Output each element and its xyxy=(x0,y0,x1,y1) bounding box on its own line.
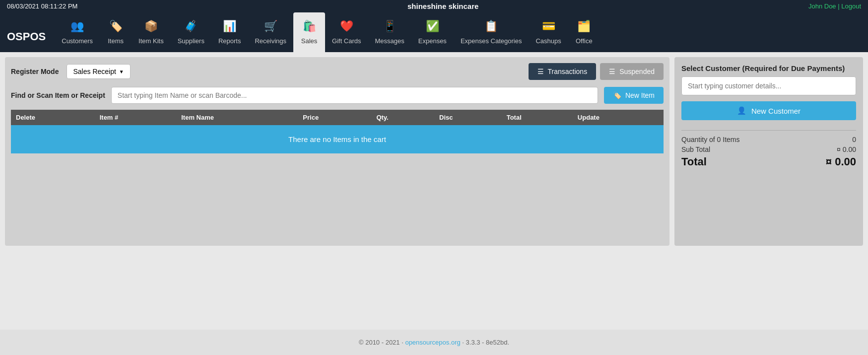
nav-item-expensescats[interactable]: 📋 Expenses Categories xyxy=(454,12,529,52)
register-mode-value: Sales Receipt xyxy=(73,68,116,75)
nav-item-itemkits[interactable]: 📦 Item Kits xyxy=(132,12,171,52)
total-value: ¤ 0.00 xyxy=(826,155,856,168)
quantity-value: 0 xyxy=(852,136,856,143)
nav-item-items[interactable]: 🏷️ Items xyxy=(100,12,132,52)
nav-item-customers[interactable]: 👥 Customers xyxy=(55,12,100,52)
new-item-button[interactable]: 🏷️ New Item xyxy=(604,87,664,104)
left-panel: Register Mode Sales Receipt ▼ ☰ Transact… xyxy=(5,57,669,246)
footer-link[interactable]: opensourcepos.org xyxy=(405,339,460,346)
suppliers-icon: 🧳 xyxy=(182,17,200,35)
new-item-label: New Item xyxy=(625,91,655,99)
col-disc: Disc xyxy=(434,110,502,125)
footer-version: · 3.3.3 - 8e52bd. xyxy=(461,339,509,346)
register-mode-label: Register Mode xyxy=(11,68,59,75)
subtotal-label: Sub Total xyxy=(681,145,710,153)
suspended-icon: ☰ xyxy=(609,68,615,75)
col-price: Price xyxy=(298,110,371,125)
expenses-icon: ✅ xyxy=(423,17,441,35)
nav-item-expenses[interactable]: ✅ Expenses xyxy=(411,12,454,52)
total-label: Total xyxy=(681,155,707,168)
nav-label-messages: Messages xyxy=(375,37,404,45)
top-bar: 08/03/2021 08:11:22 PM shineshine skinca… xyxy=(0,0,868,12)
cart-table: Delete Item # Item Name Price Qty. Disc … xyxy=(11,110,664,153)
find-item-label: Find or Scan Item or Receipt xyxy=(11,91,105,99)
footer: © 2010 - 2021 · opensourcepos.org · 3.3.… xyxy=(0,330,868,355)
cashups-icon: 💳 xyxy=(539,17,557,35)
tag-icon: 🏷️ xyxy=(613,91,621,99)
office-icon: 🗂️ xyxy=(575,17,593,35)
nav-label-expensescats: Expenses Categories xyxy=(461,37,522,45)
nav-label-suppliers: Suppliers xyxy=(178,37,204,45)
quantity-label: Quantity of 0 Items xyxy=(681,136,740,143)
select-customer-title: Select Customer (Required for Due Paymen… xyxy=(681,64,856,72)
datetime: 08/03/2021 08:11:22 PM xyxy=(7,2,77,10)
nav-item-giftcards[interactable]: ❤️ Gift Cards xyxy=(325,12,368,52)
nav-item-reports[interactable]: 📊 Reports xyxy=(211,12,248,52)
nav-label-customers: Customers xyxy=(62,37,93,45)
col-update: Update xyxy=(573,110,664,125)
quantity-row: Quantity of 0 Items 0 xyxy=(681,136,856,143)
person-icon: 👤 xyxy=(737,106,746,115)
logout-link[interactable]: Logout xyxy=(841,2,861,10)
customers-icon: 👥 xyxy=(68,17,86,35)
transactions-button[interactable]: ☰ Transactions xyxy=(529,63,597,80)
suspended-label: Suspended xyxy=(619,68,655,75)
register-mode-dropdown[interactable]: Sales Receipt ▼ xyxy=(67,64,130,79)
sales-icon: 🛍️ xyxy=(300,17,318,35)
cart-empty-message: There are no Items in the cart xyxy=(11,125,664,153)
find-item-input[interactable] xyxy=(111,87,598,104)
col-item-num: Item # xyxy=(95,110,177,125)
app-title: shineshine skincare xyxy=(407,2,478,10)
nav-item-office[interactable]: 🗂️ Office xyxy=(568,12,600,52)
receivings-icon: 🛒 xyxy=(262,17,279,35)
new-customer-label: New Customer xyxy=(751,107,801,115)
subtotal-row: Sub Total ¤ 0.00 xyxy=(681,145,856,153)
nav-item-receivings[interactable]: 🛒 Receivings xyxy=(248,12,293,52)
suspended-button[interactable]: ☰ Suspended xyxy=(600,63,664,80)
nav-item-cashups[interactable]: 💳 Cashups xyxy=(529,12,568,52)
dropdown-caret: ▼ xyxy=(119,69,124,74)
col-delete: Delete xyxy=(11,110,95,125)
new-customer-button[interactable]: 👤 New Customer xyxy=(681,101,856,120)
expensescats-icon: 📋 xyxy=(482,17,500,35)
summary-section: Quantity of 0 Items 0 Sub Total ¤ 0.00 T… xyxy=(681,130,856,168)
user-area: John Doe | Logout xyxy=(808,2,861,10)
transactions-label: Transactions xyxy=(548,68,588,75)
giftcards-icon: ❤️ xyxy=(337,17,355,35)
total-row: Total ¤ 0.00 xyxy=(681,155,856,168)
col-item-name: Item Name xyxy=(176,110,298,125)
col-qty: Qty. xyxy=(371,110,434,125)
nav-label-office: Office xyxy=(576,37,593,45)
nav-label-expenses: Expenses xyxy=(418,37,447,45)
nav-label-reports: Reports xyxy=(218,37,241,45)
nav-brand: OSPOS xyxy=(5,21,55,52)
customer-search-input[interactable] xyxy=(681,76,856,95)
nav-label-giftcards: Gift Cards xyxy=(332,37,361,45)
messages-icon: 📱 xyxy=(381,17,399,35)
cart-empty-row: There are no Items in the cart xyxy=(11,125,664,153)
nav-item-messages[interactable]: 📱 Messages xyxy=(368,12,411,52)
transactions-icon: ☰ xyxy=(537,68,544,75)
nav-label-receivings: Receivings xyxy=(255,37,286,45)
toolbar-right: ☰ Transactions ☰ Suspended xyxy=(529,63,664,80)
reports-icon: 📊 xyxy=(221,17,239,35)
nav-label-items: Items xyxy=(108,37,124,45)
main-content: Register Mode Sales Receipt ▼ ☰ Transact… xyxy=(0,52,868,251)
itemkits-icon: 📦 xyxy=(142,17,160,35)
nav-bar: OSPOS 👥 Customers 🏷️ Items 📦 Item Kits 🧳… xyxy=(0,12,868,52)
nav-label-itemkits: Item Kits xyxy=(138,37,164,45)
username: John Doe xyxy=(808,2,836,10)
footer-copyright: © 2010 - 2021 · xyxy=(359,339,405,346)
nav-item-suppliers[interactable]: 🧳 Suppliers xyxy=(171,12,211,52)
nav-items: 👥 Customers 🏷️ Items 📦 Item Kits 🧳 Suppl… xyxy=(55,12,600,52)
subtotal-value: ¤ 0.00 xyxy=(837,145,856,153)
nav-label-sales: Sales xyxy=(301,37,318,45)
register-mode-row: Register Mode Sales Receipt ▼ ☰ Transact… xyxy=(11,63,664,80)
items-icon: 🏷️ xyxy=(107,17,125,35)
nav-item-sales[interactable]: 🛍️ Sales xyxy=(293,12,325,52)
right-panel: Select Customer (Required for Due Paymen… xyxy=(674,57,863,246)
nav-label-cashups: Cashups xyxy=(535,37,561,45)
col-total: Total xyxy=(502,110,573,125)
find-item-row: Find or Scan Item or Receipt 🏷️ New Item xyxy=(11,87,664,104)
